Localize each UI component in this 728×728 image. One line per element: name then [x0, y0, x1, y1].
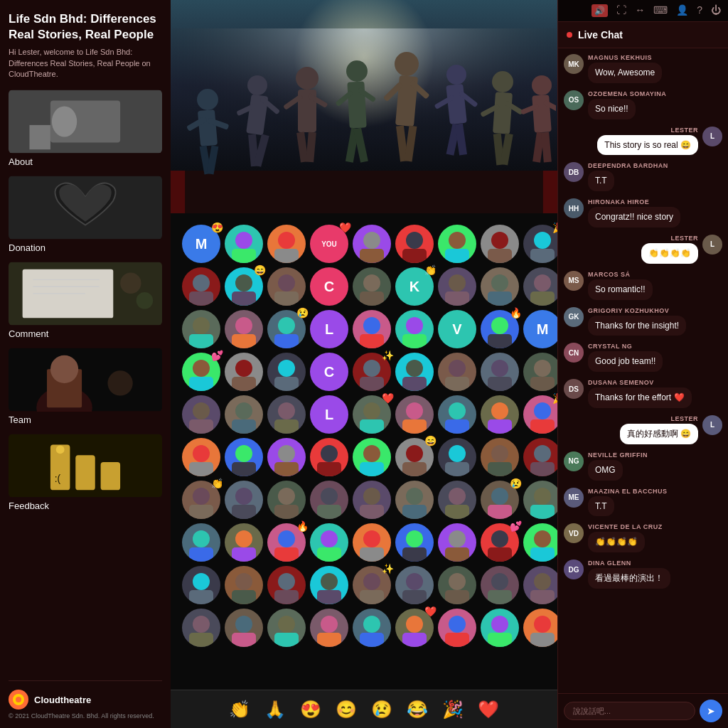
chat-name-2: LESTER: [597, 127, 698, 134]
user-icon[interactable]: 👤: [676, 4, 688, 17]
chat-avatar-7: GK: [564, 307, 584, 327]
svg-point-55: [395, 52, 419, 76]
svg-point-213: [491, 530, 508, 547]
audience-circle-37: [481, 353, 519, 391]
svg-rect-126: [189, 377, 213, 391]
audience-circle-65: [395, 481, 434, 519]
svg-rect-222: [232, 590, 256, 604]
chat-message-7: GKGRIGORIY KOZHUKHOVThanks for the insig…: [564, 307, 722, 336]
audience-circle-45: [395, 395, 434, 434]
reaction-love-eyes[interactable]: 😍: [300, 700, 321, 719]
audience-circle-63: [310, 481, 348, 519]
sidebar-item-comment[interactable]: Comment: [9, 262, 162, 339]
audience-circle-6: [438, 225, 476, 263]
audience-circle-34: ✨: [353, 353, 391, 391]
reaction-party[interactable]: 🎉: [442, 700, 464, 719]
audience-circle-67: 😢: [481, 481, 519, 519]
chat-name-1: OZOEMENA SOMAYINA: [588, 90, 666, 97]
svg-rect-188: [360, 505, 384, 519]
chat-avatar-11: NG: [564, 451, 584, 471]
live-indicator: [567, 32, 572, 38]
avatar-65: [395, 481, 434, 519]
audience-circle-73: [310, 523, 348, 562]
audience-circle-12: [267, 267, 306, 306]
sidebar-item-feedback[interactable]: :( Feedback: [9, 434, 162, 511]
avatar-7: [481, 225, 519, 263]
svg-rect-192: [445, 505, 469, 519]
chat-bubble-7: Thanks for the insight!: [588, 316, 686, 336]
avatar-96: [438, 609, 476, 647]
svg-rect-226: [317, 590, 341, 604]
svg-point-127: [235, 360, 252, 377]
audience-circle-7: [481, 225, 519, 263]
svg-rect-100: [274, 291, 299, 306]
sidebar-item-about[interactable]: About: [9, 90, 162, 167]
svg-point-11: [136, 292, 154, 309]
main-content: 😍M ❤️YOU 🎉 😄 C 👏K 😢 L V🔥 M 💕: [171, 0, 557, 728]
audience-circle-27: 🔥: [481, 310, 519, 348]
sidebar-item-donation-label: Donation: [9, 242, 162, 253]
svg-rect-144: [232, 419, 256, 434]
svg-point-151: [449, 402, 466, 419]
audience-circle-17: [481, 267, 519, 306]
audience-circle-94: [353, 609, 391, 647]
svg-rect-136: [445, 377, 469, 391]
volume-icon[interactable]: 🔊: [592, 4, 608, 17]
audience-circle-25: [395, 310, 434, 348]
svg-point-111: [193, 317, 210, 334]
send-button[interactable]: ➤: [700, 700, 722, 722]
audience-circle-98: [523, 609, 557, 647]
chat-bubble-8: Good job team!!: [588, 351, 663, 372]
reaction-laugh[interactable]: 😂: [407, 700, 428, 719]
resize-icon[interactable]: ↔: [635, 4, 645, 17]
avatar-50: [182, 438, 220, 476]
svg-point-31: [197, 89, 218, 110]
reaction-heart[interactable]: ❤️: [478, 700, 499, 719]
avatar-90: [182, 609, 220, 647]
audience-circle-52: [267, 438, 306, 476]
svg-point-191: [449, 488, 466, 505]
svg-point-247: [363, 616, 380, 633]
audience-circle-87: [481, 566, 519, 604]
svg-point-147: [363, 402, 380, 419]
svg-point-2: [52, 107, 77, 137]
emoji-badge-72: 🔥: [296, 520, 309, 532]
svg-rect-20: [101, 462, 120, 490]
svg-rect-102: [360, 291, 384, 306]
emoji-badge-48: 🎉: [552, 392, 557, 404]
chat-message-11: NGNEVILLE GRIFFINOMG: [564, 451, 722, 481]
svg-point-125: [193, 360, 210, 377]
svg-rect-242: [232, 633, 256, 647]
keyboard-icon[interactable]: ⌨: [653, 4, 668, 17]
sidebar-item-team[interactable]: Team: [9, 348, 162, 425]
chat-avatar-10: L: [702, 415, 722, 435]
fullscreen-icon[interactable]: ⛶: [616, 4, 626, 17]
audience-circle-13: C: [310, 267, 348, 306]
svg-point-81: [278, 232, 295, 249]
svg-rect-142: [189, 419, 213, 434]
sidebar-item-donation[interactable]: Donation: [9, 176, 162, 253]
audience-circle-53: [310, 438, 348, 476]
avatar-47: [481, 395, 519, 434]
emoji-badge-84: ✨: [382, 563, 394, 574]
reaction-cry[interactable]: 😢: [371, 700, 392, 719]
svg-rect-80: [232, 249, 256, 263]
svg-rect-228: [360, 590, 384, 604]
avatar-40: [182, 395, 220, 434]
chat-input[interactable]: [564, 702, 695, 720]
reaction-pray[interactable]: 🙏: [264, 700, 286, 719]
svg-rect-148: [360, 419, 384, 434]
reaction-smile[interactable]: 😊: [336, 700, 357, 719]
audience-circle-54: [353, 438, 391, 476]
audience-circle-35: [395, 353, 434, 391]
svg-point-101: [363, 274, 380, 291]
chat-message-9: DSDUSANA SEMENOVThanks for the effort ❤️: [564, 379, 722, 408]
svg-rect-210: [402, 547, 427, 562]
help-icon[interactable]: ?: [697, 4, 702, 17]
svg-rect-74: [532, 95, 552, 133]
svg-rect-106: [488, 291, 512, 306]
chat-avatar-0: MK: [564, 54, 584, 74]
reaction-clap[interactable]: 👏: [229, 700, 250, 719]
svg-point-251: [449, 616, 466, 633]
power-icon[interactable]: ⏻: [711, 4, 721, 17]
